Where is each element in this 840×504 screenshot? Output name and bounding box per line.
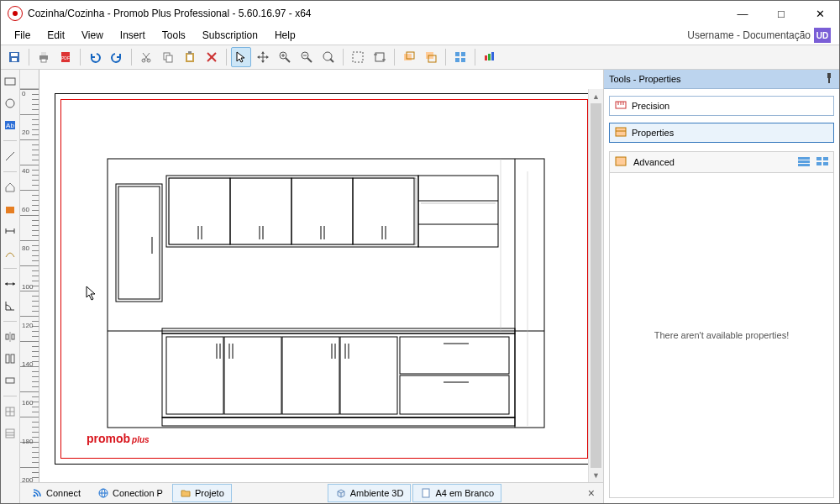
tab-label: A4 em Branco [435,488,494,498]
svg-text:PDF: PDF [61,55,70,60]
menu-edit[interactable]: Edit [39,28,73,43]
tool-home-icon[interactable] [2,179,18,196]
pdf-icon[interactable]: PDF [55,47,76,67]
tool-grid-icon[interactable] [2,403,18,420]
svg-rect-54 [6,334,8,339]
window-buttons: — □ ✕ [723,1,839,26]
delete-icon[interactable] [202,47,222,67]
svg-rect-41 [488,54,491,60]
layer2-icon[interactable] [421,47,441,67]
tab-conection[interactable]: Conection P [90,484,171,502]
tool-dimension-icon[interactable] [2,276,18,292]
svg-rect-125 [798,157,810,160]
app-icon [8,6,23,21]
palette-icon[interactable] [480,47,500,67]
svg-rect-38 [455,58,459,62]
svg-rect-5 [41,59,46,62]
svg-point-111 [34,495,36,497]
scroll-up-icon[interactable]: ▲ [589,89,603,103]
menu-insert[interactable]: Insert [112,28,154,43]
tool-hatch-icon[interactable] [2,425,18,442]
pin-icon[interactable] [824,72,834,86]
tool-puzzle-icon[interactable] [2,201,18,218]
tool-dimh-icon[interactable] [2,223,18,239]
svg-rect-126 [798,160,810,163]
cut-icon[interactable] [136,47,156,67]
close-button[interactable]: ✕ [801,1,839,26]
tab-ambiente[interactable]: Ambiente 3D [328,484,412,502]
globe-icon [97,487,109,499]
svg-rect-58 [6,378,14,383]
tool-merge-icon[interactable] [2,372,18,389]
user-avatar[interactable]: UD [814,28,831,43]
advanced-label: Advanced [633,157,675,167]
grid-icon[interactable] [450,47,470,67]
view-grid-icon[interactable] [816,156,828,168]
tool-rect-icon[interactable] [2,73,18,90]
select-rect-icon[interactable] [348,47,368,67]
maximize-button[interactable]: □ [762,1,801,26]
menu-help[interactable]: Help [266,28,304,43]
pan-icon[interactable] [253,47,273,67]
scrollbar-vertical[interactable]: ▲ ▼ [588,89,603,482]
svg-rect-73 [169,178,230,244]
cube-icon [335,487,347,499]
section-label: Precision [632,101,669,111]
svg-rect-93 [166,337,223,414]
svg-rect-115 [423,489,429,497]
properties-panel: Tools - Properties Precision Properties … [603,70,839,503]
panel-header: Tools - Properties [604,70,839,89]
zoom-out-icon[interactable] [297,47,317,67]
tab-connect[interactable]: Connect [24,484,88,502]
paste-icon[interactable] [180,47,200,67]
zoom-in-icon[interactable] [275,47,295,67]
tool-text-icon[interactable]: Ab [2,117,18,134]
tool-split-icon[interactable] [2,350,18,367]
section-precision[interactable]: Precision [609,96,834,116]
tool-line-icon[interactable] [2,148,18,165]
svg-rect-75 [291,178,353,244]
pointer-icon[interactable] [231,47,251,67]
titlebar: Cozinha/Cozinha - Promob Plus Profession… [1,1,839,26]
save-icon[interactable] [4,47,24,67]
page-viewport[interactable]: promobplus [39,89,588,482]
zoom-fit-icon[interactable] [318,47,339,67]
drawing [61,100,587,458]
svg-rect-95 [282,337,339,414]
svg-rect-37 [461,52,465,56]
logo: promobplus [87,432,150,445]
menu-view[interactable]: View [73,28,112,43]
svg-rect-131 [823,162,828,165]
tool-circle-icon[interactable] [2,95,18,112]
minimize-button[interactable]: — [723,1,762,26]
print-icon[interactable] [34,47,54,67]
section-properties[interactable]: Properties [609,123,834,143]
layer-icon[interactable] [399,47,419,67]
tab-label: Projeto [195,488,224,498]
menu-subscription[interactable]: Subscription [194,28,266,43]
copy-icon[interactable] [158,47,178,67]
undo-icon[interactable] [85,47,105,67]
view-list-icon[interactable] [798,156,810,168]
tab-close-icon[interactable]: × [588,486,595,500]
page-margin: promobplus [60,99,588,459]
tool-curve-icon[interactable] [2,244,18,261]
tab-a4[interactable]: A4 em Branco [412,484,501,502]
svg-rect-69 [118,186,160,299]
svg-line-10 [144,53,150,60]
menu-tools[interactable]: Tools [154,28,194,43]
tab-label: Conection P [113,488,163,498]
crop-icon[interactable] [370,47,390,67]
svg-point-44 [6,99,14,108]
scroll-down-icon[interactable]: ▼ [589,468,603,482]
menu-file[interactable]: File [6,28,39,43]
svg-rect-62 [6,429,14,438]
tab-projeto[interactable]: Projeto [172,484,232,502]
redo-icon[interactable] [107,47,127,67]
tool-mirror-icon[interactable] [2,328,18,345]
svg-rect-43 [5,78,15,85]
tool-angle-icon[interactable] [2,297,18,314]
svg-line-20 [286,58,290,62]
svg-rect-130 [816,162,822,165]
svg-rect-15 [187,55,192,60]
